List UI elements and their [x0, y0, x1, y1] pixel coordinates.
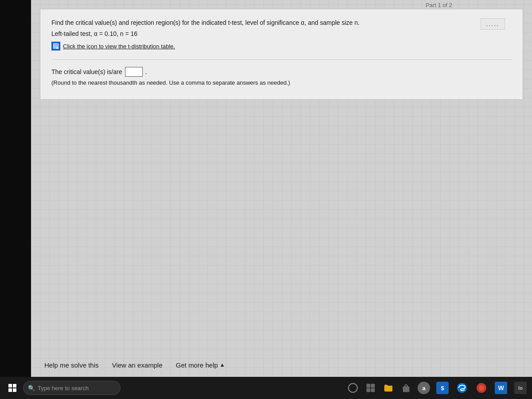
currency-icon[interactable]: $ [434, 380, 450, 396]
widgets-icon[interactable] [364, 381, 378, 395]
chevron-up-icon: ▲ [220, 362, 225, 368]
critical-value-input[interactable] [125, 67, 143, 77]
svg-point-12 [479, 385, 484, 391]
red-circle-icon [476, 382, 487, 394]
critical-value-label: The critical value(s) is/are [51, 68, 122, 75]
store-icon[interactable] [399, 381, 413, 395]
more-apps-icon[interactable]: lo [512, 380, 528, 396]
svg-rect-7 [367, 388, 370, 392]
table-icon [51, 42, 60, 51]
blue-app-icon: $ [436, 382, 449, 394]
taskview-icon[interactable] [346, 381, 360, 395]
edge-icon [456, 382, 468, 394]
table-link-text[interactable]: Click the icon to view the t-distributio… [63, 43, 175, 50]
part-label: Part 1 of 2 [426, 2, 452, 8]
taskbar: 🔍 Type here to search [0, 377, 532, 399]
left-overlay [0, 0, 31, 377]
word-app-icon: W [495, 382, 507, 394]
taskbar-search[interactable]: 🔍 Type here to search [23, 381, 121, 395]
svg-rect-8 [371, 388, 375, 392]
search-placeholder-text: Type here to search [38, 385, 89, 391]
svg-rect-1 [54, 44, 58, 45]
word-icon[interactable]: W [493, 380, 509, 396]
svg-rect-9 [403, 387, 409, 392]
account-icon[interactable]: a [417, 381, 431, 395]
svg-rect-4 [54, 48, 56, 48]
start-button[interactable] [4, 379, 21, 397]
svg-rect-5 [367, 384, 370, 387]
letter-a-badge: a [418, 382, 430, 394]
grid-icon [366, 383, 375, 392]
shopping-bag-icon [401, 383, 411, 393]
document-icon [53, 43, 59, 49]
dots-button[interactable]: ..... [481, 18, 505, 30]
round-note: (Round to the nearest thousandth as need… [51, 79, 512, 86]
bottom-actions: Help me solve this View an example Get m… [44, 361, 225, 369]
file-explorer-icon[interactable] [381, 381, 395, 395]
search-icon: 🔍 [28, 385, 35, 391]
svg-rect-2 [54, 46, 58, 46]
question-title: Find the critical value(s) and rejection… [51, 18, 512, 27]
answer-row: The critical value(s) is/are . [51, 67, 512, 77]
system-tray: a $ W lo [346, 380, 528, 396]
svg-rect-6 [371, 384, 375, 387]
view-example-link[interactable]: View an example [112, 361, 163, 369]
question-subtitle: Left-tailed test, α = 0.10, n = 16 [51, 30, 512, 37]
app-icon-red[interactable] [473, 380, 489, 396]
period: . [145, 68, 147, 75]
circle-icon [348, 383, 358, 393]
get-more-help-text: Get more help [176, 361, 218, 369]
get-more-help-link[interactable]: Get more help ▲ [176, 361, 225, 369]
help-me-solve-link[interactable]: Help me solve this [44, 361, 99, 369]
windows-icon [8, 384, 16, 392]
svg-rect-3 [54, 47, 58, 47]
table-link-row: Click the icon to view the t-distributio… [51, 42, 512, 51]
answer-section: The critical value(s) is/are . (Round to… [51, 59, 512, 86]
browser-icon[interactable] [454, 380, 470, 396]
question-panel: ..... Find the critical value(s) and rej… [40, 9, 523, 100]
folder-icon [383, 383, 393, 393]
